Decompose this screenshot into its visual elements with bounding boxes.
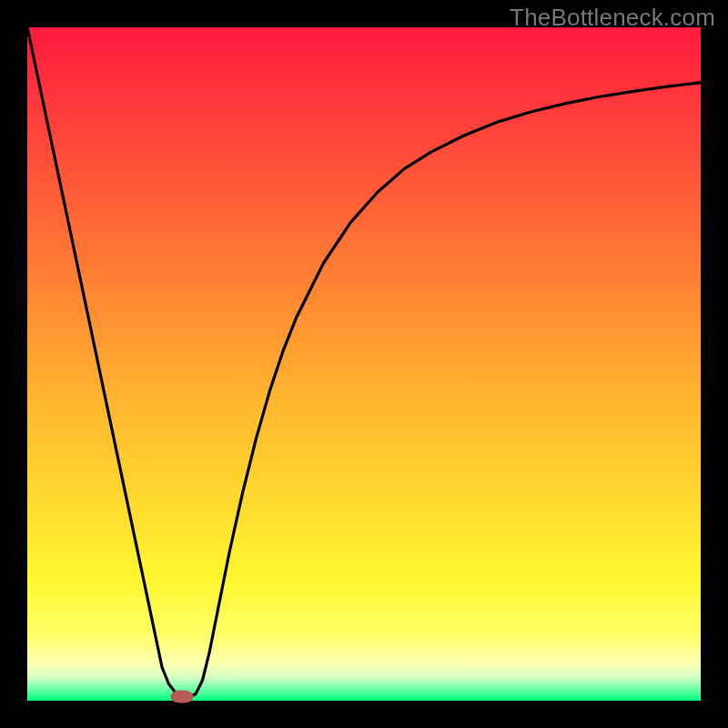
curve-layer [27,27,701,701]
optimal-marker [171,690,194,703]
watermark-text: TheBottleneck.com [510,4,715,32]
chart-container: TheBottleneck.com [0,0,728,728]
bottleneck-curve [27,27,701,697]
plot-area [27,27,701,701]
